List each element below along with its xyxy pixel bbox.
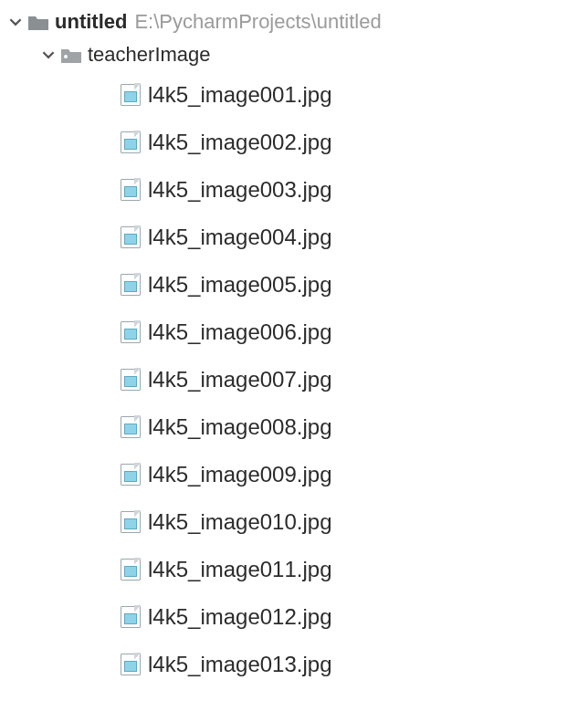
tree-file-row[interactable]: l4k5_image007.jpg bbox=[0, 356, 588, 403]
image-file-icon bbox=[121, 464, 141, 486]
file-name: l4k5_image007.jpg bbox=[148, 367, 331, 392]
tree-file-row[interactable]: l4k5_image004.jpg bbox=[0, 214, 588, 261]
folder-icon bbox=[27, 13, 49, 31]
file-name: l4k5_image011.jpg bbox=[148, 557, 331, 582]
folder-name: teacherImage bbox=[88, 43, 211, 67]
file-name: l4k5_image001.jpg bbox=[148, 82, 331, 108]
image-file-icon bbox=[121, 416, 141, 438]
image-file-icon bbox=[121, 321, 141, 343]
file-name: l4k5_image006.jpg bbox=[148, 319, 331, 345]
file-name: l4k5_image012.jpg bbox=[148, 604, 331, 630]
file-name: l4k5_image008.jpg bbox=[148, 414, 331, 440]
image-file-icon bbox=[121, 654, 141, 675]
image-file-icon bbox=[121, 511, 141, 533]
image-file-icon bbox=[121, 84, 141, 106]
tree-file-row[interactable]: l4k5_image011.jpg bbox=[0, 546, 588, 593]
image-file-icon bbox=[121, 559, 141, 581]
tree-file-row[interactable]: l4k5_image013.jpg bbox=[0, 641, 588, 688]
file-name: l4k5_image010.jpg bbox=[148, 509, 331, 535]
tree-file-row[interactable]: l4k5_image009.jpg bbox=[0, 451, 588, 498]
file-name: l4k5_image002.jpg bbox=[148, 130, 331, 155]
tree-folder-row[interactable]: teacherImage bbox=[0, 38, 588, 71]
chevron-down-icon[interactable] bbox=[40, 47, 57, 63]
file-name: l4k5_image013.jpg bbox=[148, 652, 331, 677]
tree-file-row[interactable]: l4k5_image001.jpg bbox=[0, 71, 588, 119]
file-name: l4k5_image009.jpg bbox=[148, 462, 331, 487]
tree-file-row[interactable]: l4k5_image006.jpg bbox=[0, 309, 588, 356]
root-folder-path: E:\PycharmProjects\untitled bbox=[134, 10, 381, 34]
file-name: l4k5_image003.jpg bbox=[148, 177, 331, 203]
file-list: l4k5_image001.jpgl4k5_image002.jpgl4k5_i… bbox=[0, 71, 588, 688]
image-file-icon bbox=[121, 226, 141, 248]
chevron-down-icon[interactable] bbox=[7, 14, 24, 30]
tree-file-row[interactable]: l4k5_image010.jpg bbox=[0, 498, 588, 546]
root-folder-name: untitled bbox=[55, 10, 127, 34]
file-name: l4k5_image004.jpg bbox=[148, 225, 331, 250]
tree-file-row[interactable]: l4k5_image012.jpg bbox=[0, 593, 588, 641]
tree-root-row[interactable]: untitled E:\PycharmProjects\untitled bbox=[0, 5, 588, 38]
tree-file-row[interactable]: l4k5_image003.jpg bbox=[0, 166, 588, 214]
image-file-icon bbox=[121, 131, 141, 153]
image-file-icon bbox=[121, 606, 141, 628]
folder-icon bbox=[60, 46, 82, 64]
image-file-icon bbox=[121, 179, 141, 201]
project-tree: untitled E:\PycharmProjects\untitled tea… bbox=[0, 0, 588, 688]
image-file-icon bbox=[121, 274, 141, 296]
file-name: l4k5_image005.jpg bbox=[148, 272, 331, 298]
tree-file-row[interactable]: l4k5_image002.jpg bbox=[0, 119, 588, 166]
svg-point-0 bbox=[64, 55, 68, 58]
image-file-icon bbox=[121, 369, 141, 391]
tree-file-row[interactable]: l4k5_image008.jpg bbox=[0, 403, 588, 451]
tree-file-row[interactable]: l4k5_image005.jpg bbox=[0, 261, 588, 309]
